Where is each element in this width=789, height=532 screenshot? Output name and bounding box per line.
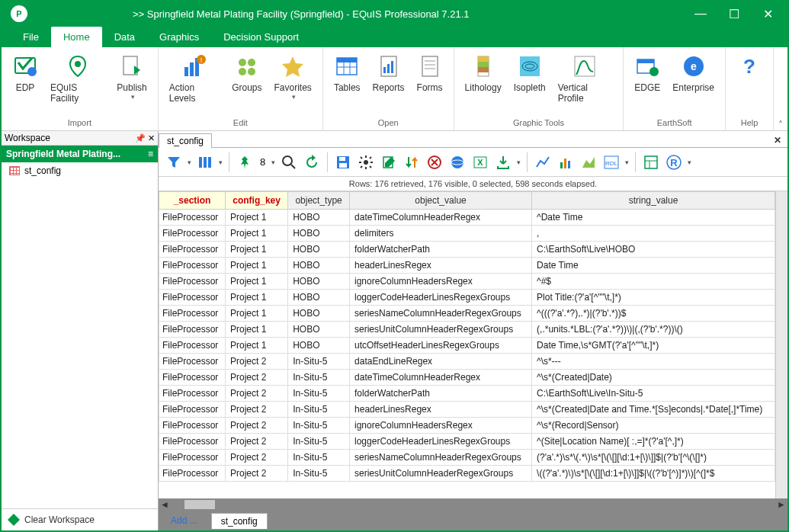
table-row[interactable]: FileProcessorProject 1HOBOdelimiters, — [159, 226, 775, 242]
table-row[interactable]: FileProcessorProject 1HOBOdateTimeColumn… — [159, 210, 775, 226]
cell[interactable]: Project 2 — [226, 386, 288, 402]
ribbon-groups-button[interactable]: Groups — [226, 50, 268, 95]
ribbon-forms-button[interactable]: Forms — [411, 50, 449, 95]
ribbon-vertical-profile-button[interactable]: Vertical Profile — [552, 50, 619, 105]
cell[interactable]: (,.*units.*LBL:(?'a'.*?))\)|(,(?'b'.*?))… — [532, 322, 775, 338]
cell[interactable]: Plot Title:(?'a'[^""\t,]*) — [532, 290, 775, 306]
cell[interactable]: Project 2 — [226, 370, 288, 386]
cell[interactable]: C:\EarthSoft\Live\In-Situ-5 — [532, 386, 775, 402]
cell[interactable]: Project 1 — [226, 242, 288, 258]
cell[interactable]: HOBO — [288, 322, 350, 338]
cell[interactable]: ^\s*(Created|Date) — [532, 370, 775, 386]
ribbon-reports-button[interactable]: Reports — [367, 50, 411, 95]
search-icon[interactable] — [278, 152, 300, 173]
vertical-scrollbar[interactable] — [775, 191, 787, 498]
download-dropdown[interactable]: ▾ — [515, 159, 522, 166]
column-header-string-value[interactable]: string_value — [532, 192, 775, 210]
column-header--section[interactable]: _section — [159, 192, 226, 210]
ribbon-lithology-button[interactable]: Lithology — [459, 50, 508, 95]
ribbon-edge-button[interactable]: EDGE — [628, 50, 666, 95]
cell[interactable]: FileProcessor — [159, 290, 226, 306]
table-row[interactable]: FileProcessorProject 1HOBOseriesNameColu… — [159, 306, 775, 322]
bar-chart-icon[interactable] — [555, 152, 576, 173]
menu-tab-file[interactable]: File — [11, 27, 51, 47]
cell[interactable]: Project 2 — [226, 450, 288, 466]
table-row[interactable]: FileProcessorProject 2In-Situ-5seriesUni… — [159, 466, 775, 482]
cell[interactable]: seriesUnitColumnHeaderRegexGroups — [350, 322, 532, 338]
columns-icon[interactable] — [194, 152, 216, 173]
add-sheet-button[interactable]: Add ... — [162, 513, 207, 528]
columns-dropdown[interactable]: ▾ — [217, 159, 224, 166]
cell[interactable]: Project 1 — [226, 274, 288, 290]
cell[interactable]: HOBO — [288, 210, 350, 226]
cell[interactable]: headerLinesRegex — [350, 258, 532, 274]
ribbon-action-levels-button[interactable]: !Action Levels — [163, 50, 226, 105]
cell[interactable]: seriesUnitColumnHeaderRegexGroups — [350, 466, 532, 482]
rdl-dropdown[interactable]: ▾ — [624, 159, 630, 166]
ribbon-enterprise-button[interactable]: eEnterprise — [666, 50, 720, 95]
table-row[interactable]: FileProcessorProject 2In-Situ-5dataEndLi… — [159, 354, 775, 370]
cell[interactable]: In-Situ-5 — [288, 450, 350, 466]
cell[interactable]: HOBO — [288, 242, 350, 258]
close-button[interactable]: ✕ — [751, 2, 784, 26]
area-chart-icon[interactable] — [578, 152, 599, 173]
cell[interactable]: loggerCodeHeaderLinesRegexGroups — [350, 434, 532, 450]
cell[interactable]: In-Situ-5 — [288, 434, 350, 450]
cell[interactable]: FileProcessor — [159, 466, 226, 482]
cell[interactable]: ignoreColumnHeadersRegex — [350, 274, 532, 290]
cell[interactable]: FileProcessor — [159, 226, 226, 242]
ribbon-publish-button[interactable]: Publish▾ — [111, 50, 152, 102]
cell[interactable]: Project 2 — [226, 402, 288, 418]
cell[interactable]: Project 2 — [226, 418, 288, 434]
table-row[interactable]: FileProcessorProject 1HOBOseriesUnitColu… — [159, 322, 775, 338]
table-row[interactable]: FileProcessorProject 1HOBOutcOffsetHeade… — [159, 338, 775, 354]
pin-icon[interactable] — [234, 152, 255, 173]
line-chart-icon[interactable] — [532, 152, 553, 173]
cell[interactable]: ^\s*--- — [532, 354, 775, 370]
cell[interactable]: FileProcessor — [159, 450, 226, 466]
table-row[interactable]: FileProcessorProject 1HOBOloggerCodeHead… — [159, 290, 775, 306]
ribbon-tables-button[interactable]: Tables — [328, 50, 367, 95]
google-earth-icon[interactable] — [447, 152, 468, 173]
cell[interactable]: In-Situ-5 — [288, 466, 350, 482]
cancel-icon[interactable] — [424, 152, 445, 173]
table-row[interactable]: FileProcessorProject 2In-Situ-5folderWat… — [159, 386, 775, 402]
cell[interactable]: FileProcessor — [159, 386, 226, 402]
clear-workspace-button[interactable]: Clear Workspace — [2, 508, 158, 530]
cell[interactable]: FileProcessor — [159, 338, 226, 354]
cell[interactable]: FileProcessor — [159, 402, 226, 418]
table-row[interactable]: FileProcessorProject 1HOBOheaderLinesReg… — [159, 258, 775, 274]
excel-icon[interactable]: X — [470, 152, 491, 173]
cell[interactable]: C:\EarthSoft\Live\HOBO — [532, 242, 775, 258]
pin-icon[interactable]: 📌 ✕ — [135, 133, 155, 143]
horizontal-scrollbar[interactable]: ◄► — [159, 498, 787, 511]
workspace-item[interactable]: st_config — [2, 162, 158, 179]
menu-tab-data[interactable]: Data — [102, 27, 147, 47]
rdl-icon[interactable]: RDL — [601, 152, 622, 173]
ribbon-edp-button[interactable]: EDP — [6, 50, 44, 95]
cell[interactable]: Project 2 — [226, 354, 288, 370]
ribbon-favorites-button[interactable]: Favorites▾ — [268, 50, 318, 102]
menu-tab-decision-support[interactable]: Decision Support — [211, 27, 311, 47]
cell[interactable]: ignoreColumnHeadersRegex — [350, 418, 532, 434]
table-row[interactable]: FileProcessorProject 2In-Situ-5dateTimeC… — [159, 370, 775, 386]
cell[interactable]: FileProcessor — [159, 370, 226, 386]
maximize-button[interactable]: ☐ — [717, 2, 751, 26]
table-row[interactable]: FileProcessorProject 2In-Situ-5loggerCod… — [159, 434, 775, 450]
cell[interactable]: dataEndLineRegex — [350, 354, 532, 370]
column-header-config-key[interactable]: config_key — [226, 192, 288, 210]
cell[interactable]: dateTimeColumnHeaderRegex — [350, 370, 532, 386]
cell[interactable]: FileProcessor — [159, 306, 226, 322]
ribbon-isopleth-button[interactable]: Isopleth — [508, 50, 552, 95]
cell[interactable]: HOBO — [288, 290, 350, 306]
cell[interactable]: Project 1 — [226, 258, 288, 274]
cell[interactable]: HOBO — [288, 258, 350, 274]
pin-dropdown[interactable]: ▾ — [270, 159, 277, 166]
table-row[interactable]: FileProcessorProject 2In-Situ-5seriesNam… — [159, 450, 775, 466]
cell[interactable]: seriesNameColumnHeaderRegexGroups — [350, 450, 532, 466]
cell[interactable]: (?'a'.*)\s*\(.*\)\s*[\(\[][\d:1+[\)\]]$|… — [532, 450, 775, 466]
cell[interactable]: FileProcessor — [159, 242, 226, 258]
document-close-button[interactable]: ✕ — [768, 133, 787, 147]
filter-icon[interactable] — [163, 152, 184, 173]
cell[interactable]: seriesNameColumnHeaderRegexGroups — [350, 306, 532, 322]
